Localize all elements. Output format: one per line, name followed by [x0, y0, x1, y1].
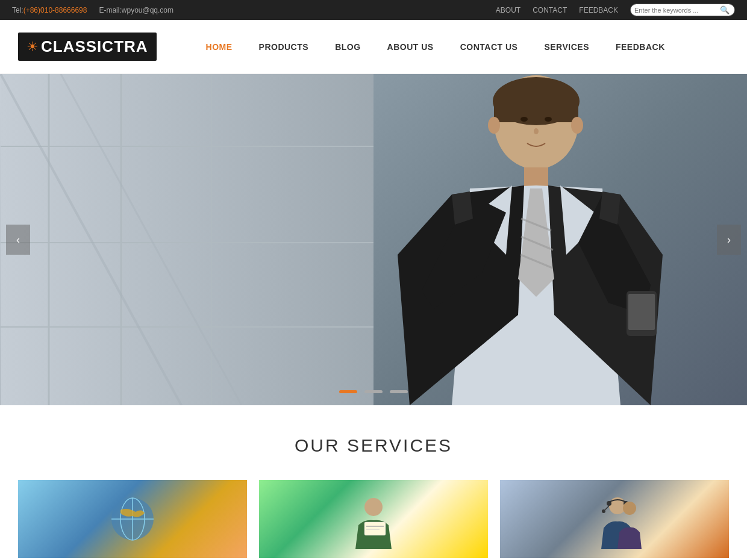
svg-line-35: [605, 506, 609, 510]
slider-prev-button[interactable]: ‹: [6, 225, 30, 255]
service-card-people: [500, 480, 729, 558]
docs-icon: [343, 489, 404, 549]
slide-dot-1[interactable]: [339, 390, 357, 393]
tel-info: Tel:(+86)010-88666698: [12, 6, 87, 14]
email-address: wpyou@qq.com: [122, 6, 173, 14]
tel-label: Tel:: [12, 6, 23, 14]
nav-services[interactable]: SERVICES: [531, 20, 602, 74]
topbar-feedback-link[interactable]: FEEDBACK: [579, 6, 618, 14]
svg-point-28: [364, 498, 383, 516]
logo[interactable]: ☀ CLASSICTRA: [18, 33, 157, 61]
svg-point-13: [520, 117, 528, 122]
slide-dot-3[interactable]: [390, 390, 408, 393]
svg-point-15: [534, 128, 539, 134]
globe-icon: [102, 489, 163, 549]
hero-slider: ‹ ›: [0, 74, 747, 405]
logo-text: CLASSICTRA: [41, 37, 148, 56]
slide-indicators: [339, 390, 408, 393]
header: ☀ CLASSICTRA HOME PRODUCTS BLOG ABOUT US…: [0, 20, 747, 74]
main-nav: HOME PRODUCTS BLOG ABOUT US CONTACT US S…: [193, 20, 729, 74]
service-card-docs: [259, 480, 488, 558]
nav-products[interactable]: PRODUCTS: [246, 20, 322, 74]
topbar-contact-link[interactable]: CONTACT: [533, 6, 567, 14]
tel-number: (+86)010-88666698: [23, 6, 87, 14]
hero-person-figure: [349, 74, 687, 405]
nav-blog[interactable]: BLOG: [322, 20, 374, 74]
service-img-globe: [18, 480, 247, 558]
svg-point-16: [488, 117, 500, 134]
nav-contact-us[interactable]: CONTACT US: [447, 20, 531, 74]
hero-background: [0, 74, 747, 405]
svg-point-37: [623, 502, 636, 515]
email-label: E-mail:: [99, 6, 121, 14]
search-button[interactable]: 🔍: [719, 5, 731, 14]
svg-point-33: [607, 501, 611, 506]
service-img-people: [500, 480, 729, 558]
svg-point-17: [571, 117, 583, 134]
topbar-about-link[interactable]: ABOUT: [496, 6, 520, 14]
logo-wrap: ☀ CLASSICTRA: [18, 33, 157, 61]
nav-feedback[interactable]: FEEDBACK: [602, 20, 678, 74]
slide-dot-2[interactable]: [364, 390, 383, 393]
svg-rect-12: [494, 101, 578, 122]
logo-classic: CLASSIC: [41, 37, 114, 55]
logo-sun-icon: ☀: [27, 39, 39, 55]
service-card-globe: [18, 480, 247, 558]
services-grid: [18, 480, 729, 558]
svg-rect-18: [524, 167, 548, 188]
service-img-docs: [259, 480, 488, 558]
slider-next-button[interactable]: ›: [717, 225, 741, 255]
top-bar: Tel:(+86)010-88666698 E-mail:wpyou@qq.co…: [0, 0, 747, 20]
services-title: OUR SERVICES: [18, 435, 729, 456]
search-box: 🔍: [630, 4, 735, 16]
svg-rect-23: [628, 294, 655, 330]
email-info: E-mail:wpyou@qq.com: [99, 6, 173, 14]
top-bar-right: ABOUT CONTACT FEEDBACK 🔍: [496, 4, 735, 16]
svg-point-36: [602, 509, 605, 513]
svg-point-14: [545, 117, 552, 122]
svg-rect-29: [364, 522, 386, 535]
logo-tra: TRA: [114, 37, 148, 55]
svg-rect-0: [1, 74, 410, 405]
services-section: OUR SERVICES: [0, 405, 747, 560]
search-input[interactable]: [634, 7, 719, 14]
nav-home[interactable]: HOME: [193, 20, 246, 74]
people-icon: [578, 489, 651, 549]
person-svg: [349, 74, 687, 405]
nav-about-us[interactable]: ABOUT US: [374, 20, 447, 74]
top-bar-contact-info: Tel:(+86)010-88666698 E-mail:wpyou@qq.co…: [12, 6, 173, 14]
